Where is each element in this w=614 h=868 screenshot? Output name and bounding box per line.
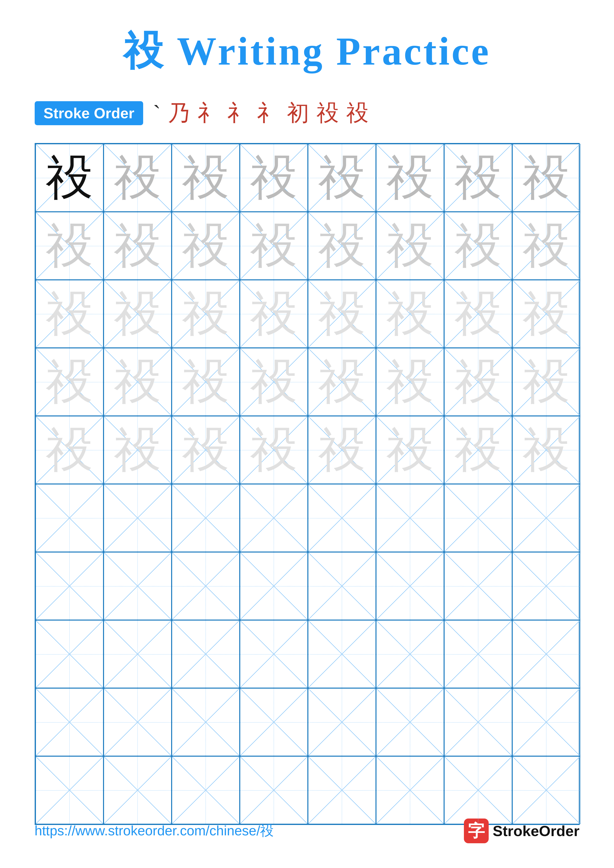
grid-cell[interactable] [172,484,240,552]
practice-char: 祋 [386,358,434,406]
grid-cell[interactable]: 祋 [104,348,172,416]
footer-url[interactable]: https://www.strokeorder.com/chinese/祋 [35,822,274,840]
grid-cell[interactable]: 祋 [376,416,444,484]
stroke-step-5: 礻 [257,98,280,128]
grid-cell[interactable]: 祋 [376,212,444,280]
grid-cell[interactable] [376,552,444,620]
grid-cell[interactable]: 祋 [308,280,376,348]
grid-cell[interactable] [376,484,444,552]
grid-cell[interactable] [240,484,308,552]
grid-cell[interactable] [512,552,580,620]
grid-cell[interactable] [512,484,580,552]
grid-cell[interactable] [376,620,444,688]
grid-cell[interactable] [308,620,376,688]
grid-cell[interactable]: 祋 [444,416,512,484]
grid-cell[interactable] [240,620,308,688]
grid-cell[interactable]: 祋 [36,348,104,416]
stroke-step-1: ` [153,101,160,126]
practice-char: 祋 [182,358,229,406]
grid-cell[interactable]: 祋 [104,280,172,348]
grid-cell[interactable] [444,620,512,688]
grid-cell[interactable]: 祋 [240,348,308,416]
grid-cell[interactable] [104,620,172,688]
grid-cell[interactable] [308,688,376,756]
grid-cell[interactable]: 祋 [172,416,240,484]
grid-cell[interactable]: 祋 [512,416,580,484]
grid-cell[interactable]: 祋 [308,348,376,416]
grid-cell[interactable]: 祋 [444,348,512,416]
practice-char: 祋 [318,426,365,474]
practice-char: 祋 [250,154,297,202]
grid-row-empty [36,756,579,824]
grid-cell[interactable]: 祋 [444,280,512,348]
grid-cell[interactable]: 祋 [308,212,376,280]
grid-cell[interactable] [172,552,240,620]
grid-cell[interactable] [104,756,172,824]
practice-char: 祋 [318,290,365,338]
grid-cell[interactable] [36,620,104,688]
grid-cell[interactable] [240,756,308,824]
grid-row: 祋 祋 祋 祋 祋 祋 祋 [36,280,579,348]
grid-cell[interactable] [444,756,512,824]
practice-char: 祋 [46,290,93,338]
grid-cell[interactable] [172,620,240,688]
grid-cell[interactable]: 祋 [36,212,104,280]
grid-cell[interactable] [308,484,376,552]
grid-cell[interactable]: 祋 [36,280,104,348]
practice-char: 祋 [250,426,297,474]
grid-cell[interactable] [512,620,580,688]
practice-char: 祋 [522,222,570,270]
grid-cell[interactable]: 祋 [172,212,240,280]
stroke-step-6: 初 [287,98,309,128]
grid-cell[interactable] [172,688,240,756]
grid-cell[interactable] [308,756,376,824]
grid-cell[interactable] [376,688,444,756]
grid-cell[interactable]: 祋 [512,280,580,348]
grid-cell[interactable]: 祋 [512,212,580,280]
grid-cell[interactable]: 祋 [240,416,308,484]
grid-cell[interactable]: 祋 [104,144,172,212]
practice-char: 祋 [182,222,229,270]
grid-row: 祋 祋 祋 祋 祋 祋 祋 [36,348,579,416]
grid-cell[interactable]: 祋 [172,348,240,416]
grid-cell[interactable] [36,484,104,552]
grid-cell[interactable]: 祋 [444,144,512,212]
grid-cell[interactable] [36,552,104,620]
grid-cell[interactable]: 祋 [444,212,512,280]
grid-cell[interactable] [172,756,240,824]
grid-cell[interactable]: 祋 [104,212,172,280]
stroke-order-row: Stroke Order ` 乃 礻 礻 礻 初 祋 祋 [35,98,580,128]
grid-cell[interactable]: 祋 [104,416,172,484]
grid-cell[interactable] [444,484,512,552]
practice-char: 祋 [522,290,570,338]
grid-cell[interactable]: 祋 [308,144,376,212]
grid-cell[interactable] [444,552,512,620]
grid-cell[interactable]: 祋 [308,416,376,484]
grid-cell[interactable]: 祋 [376,144,444,212]
grid-cell[interactable]: 祋 [512,144,580,212]
stroke-step-8: 祋 [346,98,368,128]
grid-cell[interactable]: 祋 [376,348,444,416]
practice-char: 祋 [386,154,434,202]
grid-cell[interactable] [444,688,512,756]
grid-cell[interactable] [512,756,580,824]
grid-cell[interactable] [104,552,172,620]
grid-cell[interactable] [240,688,308,756]
grid-cell[interactable] [240,552,308,620]
grid-cell[interactable] [36,756,104,824]
grid-cell[interactable] [308,552,376,620]
grid-cell[interactable]: 祋 [240,144,308,212]
grid-cell[interactable] [512,688,580,756]
grid-cell[interactable]: 祋 [36,416,104,484]
grid-cell[interactable] [376,756,444,824]
grid-cell[interactable]: 祋 [240,280,308,348]
grid-cell[interactable] [104,688,172,756]
grid-cell[interactable] [36,688,104,756]
grid-cell[interactable] [104,484,172,552]
grid-cell[interactable]: 祋 [172,280,240,348]
grid-cell[interactable]: 祋 [240,212,308,280]
grid-cell[interactable]: 祋 [512,348,580,416]
grid-cell[interactable]: 祋 [172,144,240,212]
grid-cell[interactable]: 祋 [36,144,104,212]
grid-cell[interactable]: 祋 [376,280,444,348]
